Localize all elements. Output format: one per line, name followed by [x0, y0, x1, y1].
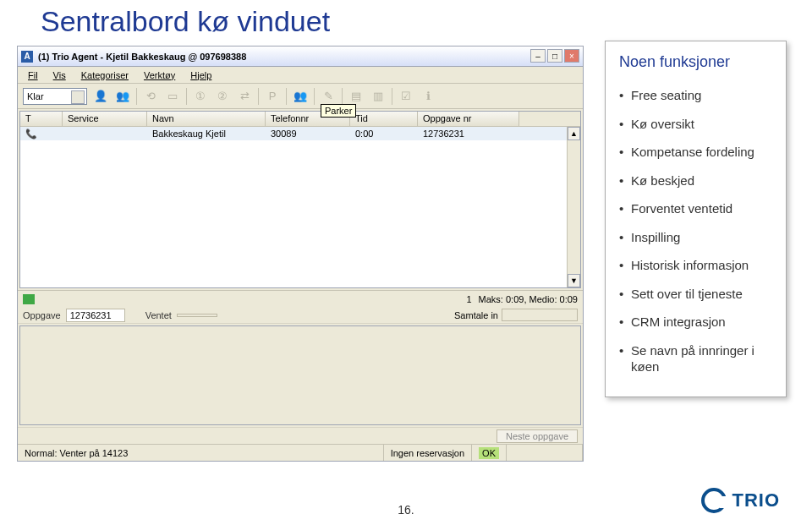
two-icon[interactable]: ② [214, 88, 231, 105]
col-service[interactable]: Service [63, 112, 147, 126]
note-icon[interactable]: ✎ [320, 88, 337, 105]
list-item: Sett over til tjeneste [619, 280, 772, 309]
slide-title: Sentralbord kø vinduet [41, 5, 330, 38]
status-ok: OK [472, 445, 507, 461]
menu-kategoriser[interactable]: Kategoriser [74, 68, 135, 82]
ventet-label: Ventet [145, 310, 172, 320]
oppgave-label: Oppgave [23, 310, 61, 320]
table-row[interactable]: 📞 Bakkeskaug Kjetil 30089 0:00 12736231 [20, 127, 580, 140]
sidebar-title: Noen funksjoner [619, 53, 772, 71]
sidebar-panel: Noen funksjoner Free seating Kø oversikt… [605, 41, 787, 397]
queue-stats: Maks: 0:09, Medio: 0:09 [479, 294, 578, 304]
statusbar: Normal: Venter på 14123 Ingen reservasjo… [18, 444, 583, 461]
titlebar[interactable]: A (1) Trio Agent - Kjetil Bakkeskaug @ 0… [18, 46, 583, 67]
status-indicator-icon [23, 294, 35, 304]
list-item: Free seating [619, 81, 772, 110]
list-item: Se navn på innringer i køen [619, 336, 772, 381]
cell-tel: 30089 [266, 128, 350, 139]
scroll-track[interactable] [568, 140, 580, 274]
window-controls: – □ × [530, 49, 579, 63]
samtale-value [502, 309, 578, 321]
ventet-value [177, 314, 217, 317]
check-icon[interactable]: ☑ [398, 88, 414, 105]
scrollbar[interactable]: ▲ ▼ [567, 127, 580, 287]
separator [392, 88, 392, 105]
doc-icon[interactable]: ▤ [348, 88, 365, 105]
menu-verktoy[interactable]: Verktøy [137, 68, 182, 82]
list-item: CRM integrasjon [619, 308, 772, 336]
cell-service [63, 133, 147, 134]
separator [186, 88, 187, 105]
table-header: T Service Navn Telefonnr Tid Oppgave nr [20, 112, 580, 127]
cell-navn: Bakkeskaug Kjetil [147, 128, 266, 139]
menu-hjelp[interactable]: Hjelp [184, 68, 218, 82]
person-icon[interactable]: 👤 [92, 88, 109, 105]
menubar: Fil Vis Kategoriser Verktøy Hjelp [18, 67, 583, 84]
status-reservation: Ingen reservasjon [384, 445, 472, 461]
app-icon: A [21, 51, 33, 63]
separator [136, 88, 137, 105]
one-icon[interactable]: ① [192, 88, 209, 105]
list-item: Historisk informasjon [619, 251, 772, 280]
menu-fil[interactable]: Fil [21, 68, 45, 82]
app-window: A (1) Trio Agent - Kjetil Bakkeskaug @ 0… [17, 46, 584, 462]
tooltip-parker: Parker [321, 104, 356, 118]
menu-vis[interactable]: Vis [47, 68, 73, 82]
scroll-down-icon[interactable]: ▼ [568, 274, 580, 287]
info-icon[interactable]: ℹ [420, 88, 436, 105]
list-item: Kø oversikt [619, 110, 772, 139]
neste-oppgave-button[interactable]: Neste oppgave [497, 429, 578, 443]
separator [342, 88, 343, 105]
neste-row: Neste oppgave [18, 427, 583, 444]
detail-area [19, 325, 581, 425]
page-number: 16. [398, 503, 414, 517]
col-opp[interactable]: Oppgave nr [418, 112, 519, 126]
queue-count: 1 [466, 294, 471, 304]
list-item: Inspilling [619, 223, 772, 252]
window-title: (1) Trio Agent - Kjetil Bakkeskaug @ 097… [38, 52, 246, 62]
separator [258, 88, 259, 105]
oppgave-value: 12736231 [66, 309, 125, 322]
park-icon[interactable]: P [264, 88, 281, 105]
link-icon[interactable]: ⇄ [236, 88, 253, 105]
detail-panel: Oppgave 12736231 Ventet Samtale in Neste… [18, 307, 583, 444]
toolbar: Klar 👤 👥 ⟲ ▭ ① ② ⇄ P 👥 ✎ ▤ ▥ ☑ ℹ Parker [18, 84, 583, 109]
logo-icon [701, 488, 727, 513]
status-left: Normal: Venter på 14123 [18, 445, 384, 461]
samtale-label: Samtale in [454, 310, 498, 320]
minimize-button[interactable]: – [530, 49, 546, 63]
scroll-up-icon[interactable]: ▲ [568, 127, 580, 140]
chart-icon[interactable]: ▥ [370, 88, 387, 105]
col-tid[interactable]: Tid [350, 112, 418, 126]
group-icon[interactable]: 👥 [292, 88, 309, 105]
person2-icon[interactable]: 👥 [114, 88, 131, 105]
separator [314, 88, 315, 105]
cell-opp: 12736231 [418, 128, 519, 139]
logo-text: TRIO [732, 489, 780, 511]
list-item: Kø beskjed [619, 167, 772, 195]
status-combo[interactable]: Klar [23, 88, 87, 105]
cell-tid: 0:00 [350, 128, 418, 139]
col-navn[interactable]: Navn [147, 112, 266, 126]
col-t[interactable]: T [20, 112, 63, 126]
close-button[interactable]: × [564, 49, 579, 63]
combo-value: Klar [27, 91, 44, 101]
logo: TRIO [701, 488, 780, 513]
list-item: Kompetanse fordeling [619, 138, 772, 167]
table-body: 📞 Bakkeskaug Kjetil 30089 0:00 12736231 … [20, 127, 580, 287]
status-pad [507, 445, 583, 461]
queue-status-strip: 1 Maks: 0:09, Medio: 0:09 [18, 290, 583, 307]
feature-list: Free seating Kø oversikt Kompetanse ford… [619, 81, 772, 381]
back-icon[interactable]: ⟲ [142, 88, 159, 105]
maximize-button[interactable]: □ [547, 49, 562, 63]
queue-table: T Service Navn Telefonnr Tid Oppgave nr … [19, 111, 581, 288]
info-row: Oppgave 12736231 Ventet Samtale in [18, 307, 583, 324]
card-icon[interactable]: ▭ [164, 88, 181, 105]
cell-t: 📞 [20, 128, 63, 140]
list-item: Forventet ventetid [619, 194, 772, 223]
samtale-box: Samtale in [454, 309, 578, 321]
separator [286, 88, 287, 105]
